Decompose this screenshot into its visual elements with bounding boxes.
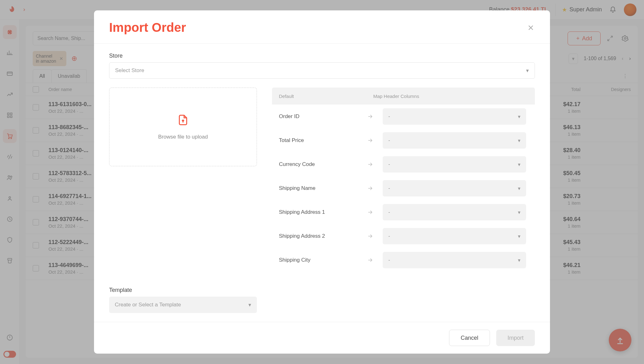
- map-row: Currency Code - ▾: [272, 152, 533, 176]
- arrow-right-icon: [367, 209, 376, 215]
- arrow-right-icon: [367, 113, 376, 120]
- map-row: Shipping Name - ▾: [272, 176, 533, 200]
- map-row: Shipping Address 1 - ▾: [272, 200, 533, 224]
- arrow-right-icon: [367, 257, 376, 263]
- map-row: Shipping City - ▾: [272, 248, 533, 272]
- map-field-label: Total Price: [279, 137, 361, 144]
- map-placeholder: -: [388, 257, 390, 263]
- map-placeholder: -: [388, 209, 390, 215]
- chevron-down-icon: ▾: [518, 114, 520, 120]
- chevron-down-icon: ▾: [518, 257, 520, 263]
- chevron-down-icon: ▾: [248, 302, 251, 308]
- modal-overlay: Import Order Store Select Store ▾: [0, 0, 644, 364]
- map-column-select[interactable]: - ▾: [383, 204, 526, 220]
- map-field-label: Shipping Address 1: [279, 209, 361, 215]
- store-select[interactable]: Select Store ▾: [109, 62, 535, 79]
- map-field-label: Shipping Address 2: [279, 233, 361, 239]
- map-column-select[interactable]: - ▾: [383, 228, 526, 244]
- map-column-select[interactable]: - ▾: [383, 252, 526, 268]
- map-field-label: Order ID: [279, 113, 361, 120]
- map-column-select[interactable]: - ▾: [383, 108, 526, 125]
- map-field-label: Shipping Name: [279, 185, 361, 191]
- chevron-down-icon: ▾: [518, 209, 520, 215]
- chevron-down-icon: ▾: [526, 67, 529, 74]
- map-row: Total Price - ▾: [272, 128, 533, 152]
- map-placeholder: -: [388, 233, 390, 239]
- store-placeholder: Select Store: [115, 67, 144, 74]
- map-placeholder: -: [388, 162, 390, 167]
- map-placeholder: -: [388, 185, 390, 191]
- map-column-select[interactable]: - ▾: [383, 156, 526, 173]
- store-label: Store: [109, 53, 535, 59]
- arrow-right-icon: [367, 233, 376, 239]
- arrow-right-icon: [367, 161, 376, 168]
- chevron-down-icon: ▾: [518, 185, 520, 191]
- map-field-label: Currency Code: [279, 161, 361, 168]
- file-dropzone[interactable]: Browse file to upload: [109, 88, 257, 166]
- template-select[interactable]: Create or Select a Template ▾: [109, 297, 257, 313]
- import-order-modal: Import Order Store Select Store ▾: [94, 10, 550, 354]
- map-field-label: Shipping City: [279, 257, 361, 263]
- modal-title: Import Order: [109, 20, 186, 35]
- map-placeholder: -: [388, 138, 390, 143]
- map-header-columns: Map Header Columns: [373, 94, 528, 99]
- chevron-down-icon: ▾: [518, 233, 520, 239]
- arrow-right-icon: [367, 185, 376, 191]
- map-column-select[interactable]: - ▾: [383, 132, 526, 149]
- map-row: Shipping Address 2 - ▾: [272, 224, 533, 248]
- import-button[interactable]: Import: [496, 330, 535, 346]
- chevron-down-icon: ▾: [518, 162, 520, 168]
- map-row: Order ID - ▾: [272, 105, 533, 128]
- map-header-default: Default: [279, 94, 373, 99]
- dropzone-text: Browse file to upload: [158, 134, 208, 140]
- chevron-down-icon: ▾: [518, 138, 520, 144]
- template-placeholder: Create or Select a Template: [115, 302, 181, 308]
- modal-close-button[interactable]: [527, 24, 535, 32]
- map-column-select[interactable]: - ▾: [383, 180, 526, 196]
- arrow-right-icon: [367, 137, 376, 144]
- template-label: Template: [109, 287, 257, 293]
- upload-file-icon: [177, 114, 189, 126]
- cancel-button[interactable]: Cancel: [449, 330, 490, 346]
- map-placeholder: -: [388, 114, 390, 119]
- map-header: Default Map Header Columns: [272, 88, 535, 105]
- map-body: Order ID - ▾ Total Price - ▾ Currency Co…: [272, 105, 535, 313]
